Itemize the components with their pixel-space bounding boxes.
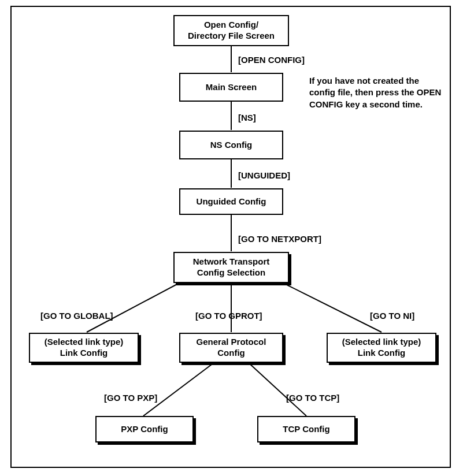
- edge-label-open-config: [OPEN CONFIG]: [238, 55, 305, 65]
- node-text: Network Transport: [193, 256, 270, 266]
- node-text: (Selected link type): [342, 337, 421, 347]
- node-text: PXP Config: [121, 424, 168, 435]
- node-pxp-config: PXP Config: [95, 416, 194, 442]
- edge-label-global: [GO TO GLOBAL]: [40, 311, 113, 321]
- annotation-note: If you have not created the config file,…: [309, 75, 442, 110]
- node-open-config: Open Config/ Directory File Screen: [173, 15, 289, 46]
- node-text: General Protocol: [197, 337, 266, 347]
- node-text: Main Screen: [206, 82, 257, 93]
- node-link-config-right: (Selected link type) Link Config: [327, 333, 436, 363]
- edge-label-netxport: [GO TO NETXPORT]: [238, 234, 321, 244]
- edge-label-ns: [NS]: [238, 113, 256, 122]
- edge-label-gprot: [GO TO GPROT]: [195, 311, 262, 321]
- edge-label-ni: [GO TO NI]: [370, 311, 414, 321]
- node-text: Config Selection: [197, 267, 265, 277]
- node-text: NS Config: [210, 140, 253, 151]
- diagram-page: Open Config/ Directory File Screen Main …: [0, 0, 463, 476]
- node-text: Unguided Config: [197, 196, 266, 207]
- edge-label-tcp: [GO TO TCP]: [286, 393, 339, 403]
- node-link-config-left: (Selected link type) Link Config: [29, 333, 139, 363]
- node-text: (Selected link type): [45, 337, 124, 347]
- edge-label-pxp: [GO TO PXP]: [104, 393, 157, 403]
- node-unguided-config: Unguided Config: [179, 188, 283, 215]
- node-text: Open Config/: [204, 20, 258, 29]
- node-general-protocol: General Protocol Config: [179, 333, 283, 363]
- node-tcp-config: TCP Config: [257, 416, 355, 442]
- edge-label-unguided: [UNGUIDED]: [238, 170, 290, 180]
- node-text: Link Config: [60, 348, 108, 358]
- node-network-transport: Network Transport Config Selection: [173, 252, 289, 283]
- node-text: TCP Config: [283, 424, 329, 435]
- node-text: Directory File Screen: [188, 31, 275, 40]
- node-text: Config: [217, 348, 245, 358]
- node-text: Link Config: [358, 348, 406, 358]
- node-main-screen: Main Screen: [179, 73, 283, 102]
- node-ns-config: NS Config: [179, 131, 283, 159]
